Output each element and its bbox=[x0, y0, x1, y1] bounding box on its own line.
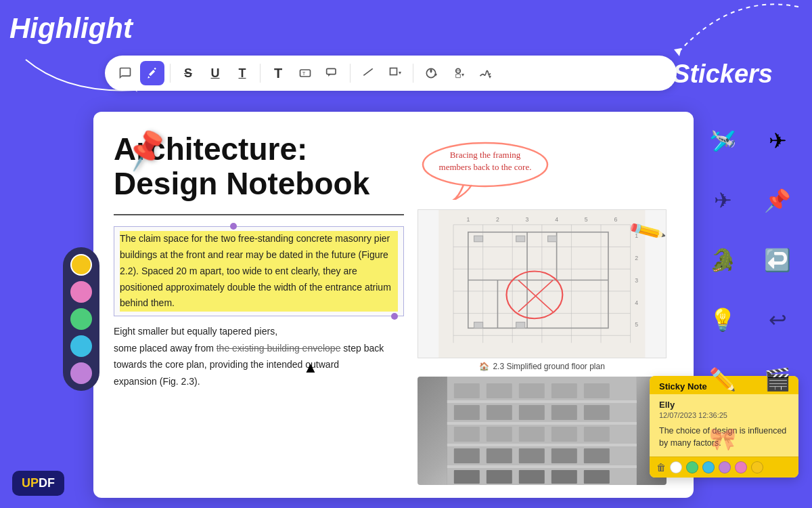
svg-rect-52 bbox=[548, 236, 557, 242]
toolbar-highlight-btn[interactable] bbox=[140, 61, 164, 85]
svg-marker-1 bbox=[674, 48, 681, 56]
svg-text:▾: ▾ bbox=[399, 70, 401, 76]
svg-rect-73 bbox=[487, 448, 512, 463]
sticker-clapboard[interactable]: 🎬 bbox=[757, 359, 798, 400]
svg-rect-85 bbox=[447, 465, 637, 468]
svg-rect-71 bbox=[584, 427, 610, 442]
toolbar-textbox-btn[interactable]: T bbox=[293, 61, 317, 85]
svg-rect-59 bbox=[519, 383, 545, 398]
sticker-arrow-right[interactable]: ↩️ bbox=[757, 240, 798, 280]
svg-line-5 bbox=[363, 68, 372, 75]
svg-rect-81 bbox=[584, 470, 610, 484]
doc-left-column: Architecture: Design Notebook The claim … bbox=[114, 132, 418, 478]
highlighted-paragraph: The claim space for the two free-standin… bbox=[120, 231, 398, 312]
svg-text:▾: ▾ bbox=[489, 74, 491, 80]
toolbar-sep-2 bbox=[260, 64, 261, 83]
svg-rect-78 bbox=[487, 470, 512, 484]
toolbar-shapes-btn[interactable]: ▾ bbox=[383, 61, 407, 85]
toolbar-comment-btn[interactable] bbox=[113, 61, 137, 85]
sticker-paper-plane-right[interactable]: ✈ bbox=[702, 180, 743, 221]
sticker-undo-arrow[interactable]: ↩ bbox=[757, 299, 798, 340]
svg-rect-7 bbox=[390, 68, 397, 75]
svg-rect-68 bbox=[487, 427, 512, 442]
svg-rect-74 bbox=[519, 448, 545, 463]
toolbar-strikethrough-btn[interactable]: S bbox=[176, 61, 200, 85]
stickers-panel: 🛩️ ✈ ✈ 📌 🐊 ↩️ 💡 ↩ ✏️ 🎬 🎀 bbox=[697, 114, 812, 498]
svg-text:3: 3 bbox=[635, 277, 639, 284]
toolbar-text-underline-btn[interactable]: T bbox=[230, 61, 254, 85]
svg-rect-82 bbox=[447, 400, 637, 403]
sticker-alligator[interactable]: 🐊 bbox=[702, 240, 743, 280]
svg-text:3: 3 bbox=[526, 216, 529, 223]
updf-logo[interactable]: UPDF bbox=[12, 471, 64, 496]
svg-rect-51 bbox=[516, 236, 525, 242]
svg-text:4: 4 bbox=[635, 299, 639, 306]
svg-rect-67 bbox=[454, 427, 480, 442]
doc-body-continuation: Eight smaller but equally tapered piers,… bbox=[114, 323, 404, 389]
svg-rect-57 bbox=[454, 383, 480, 398]
doc-right-column: Bracing the framing members back to the … bbox=[418, 132, 667, 478]
toolbar-sep-3 bbox=[350, 64, 351, 83]
svg-rect-64 bbox=[519, 405, 545, 420]
svg-rect-61 bbox=[584, 383, 610, 398]
sticker-pencil[interactable]: ✏️ bbox=[702, 359, 743, 400]
svg-text:2: 2 bbox=[635, 255, 639, 261]
sticker-extra[interactable]: 🎀 bbox=[702, 419, 743, 459]
svg-rect-65 bbox=[551, 405, 577, 420]
sticker-paper-plane-solid[interactable]: 🛩️ bbox=[702, 121, 743, 161]
svg-rect-79 bbox=[519, 470, 545, 484]
svg-rect-50 bbox=[474, 236, 483, 242]
palette-color-purple[interactable] bbox=[70, 362, 92, 384]
palette-color-cyan[interactable] bbox=[70, 335, 92, 357]
floor-plan-caption: 🏠 2.3 Simplified ground floor plan bbox=[418, 362, 667, 371]
toolbar-stamp-btn[interactable]: ▾ bbox=[446, 61, 470, 85]
svg-rect-72 bbox=[454, 448, 480, 463]
toolbar-text-btn[interactable]: T bbox=[266, 61, 290, 85]
palette-color-yellow[interactable] bbox=[70, 254, 92, 276]
document-content: Architecture: Design Notebook The claim … bbox=[93, 112, 694, 498]
toolbar-line-btn[interactable] bbox=[356, 61, 380, 85]
stickers-label: Stickers bbox=[673, 60, 773, 89]
svg-text:▾: ▾ bbox=[434, 72, 437, 78]
toolbar-signature-btn[interactable]: ▾ bbox=[473, 61, 497, 85]
toolbar-sep-1 bbox=[170, 64, 171, 83]
svg-text:2: 2 bbox=[496, 216, 499, 223]
svg-rect-69 bbox=[519, 427, 545, 442]
svg-rect-58 bbox=[487, 383, 512, 398]
svg-rect-53 bbox=[474, 322, 483, 329]
svg-rect-66 bbox=[584, 405, 610, 420]
sticker-lightbulb[interactable]: 💡 bbox=[702, 299, 743, 340]
floor-plan-image: 1 2 3 4 5 6 1 2 3 4 5 bbox=[418, 209, 667, 358]
color-palette bbox=[63, 247, 99, 391]
svg-text:▾: ▾ bbox=[461, 72, 464, 78]
svg-rect-60 bbox=[551, 383, 577, 398]
toolbar-underline-btn[interactable]: U bbox=[203, 61, 227, 85]
sticky-color-white[interactable] bbox=[670, 461, 682, 473]
palette-color-green[interactable] bbox=[70, 308, 92, 330]
palette-color-pink[interactable] bbox=[70, 281, 92, 303]
toolbar-sep-4 bbox=[413, 64, 413, 83]
svg-rect-80 bbox=[551, 470, 577, 484]
strikethrough-text: the existing building envelope bbox=[217, 343, 341, 354]
svg-rect-77 bbox=[454, 470, 480, 484]
toolbar-pen-btn[interactable]: ▾ bbox=[419, 61, 443, 85]
svg-rect-63 bbox=[487, 405, 512, 420]
svg-rect-62 bbox=[454, 405, 480, 420]
toolbar-callout-btn[interactable] bbox=[320, 61, 344, 85]
svg-rect-54 bbox=[516, 322, 525, 329]
svg-rect-75 bbox=[551, 448, 577, 463]
highlighted-text-block: The claim space for the two free-standin… bbox=[114, 226, 404, 316]
speech-bubble-container: Bracing the framing members back to the … bbox=[418, 139, 667, 203]
svg-rect-83 bbox=[447, 422, 637, 425]
svg-text:5: 5 bbox=[635, 321, 639, 328]
svg-rect-84 bbox=[447, 444, 637, 446]
sticky-note-trash-btn[interactable]: 🗑 bbox=[656, 462, 666, 473]
svg-text:Bracing the framing: Bracing the framing bbox=[450, 150, 521, 160]
highlight-label: Highlight bbox=[9, 12, 133, 45]
doc-title-divider bbox=[114, 214, 404, 215]
svg-text:T: T bbox=[302, 70, 306, 77]
sticker-paper-plane-outline[interactable]: ✈ bbox=[757, 121, 798, 161]
document-area: 📌 Architecture: Design Notebook The clai… bbox=[93, 112, 694, 498]
sticker-pushpin-red[interactable]: 📌 bbox=[757, 180, 798, 221]
building-photo-svg bbox=[418, 377, 667, 485]
